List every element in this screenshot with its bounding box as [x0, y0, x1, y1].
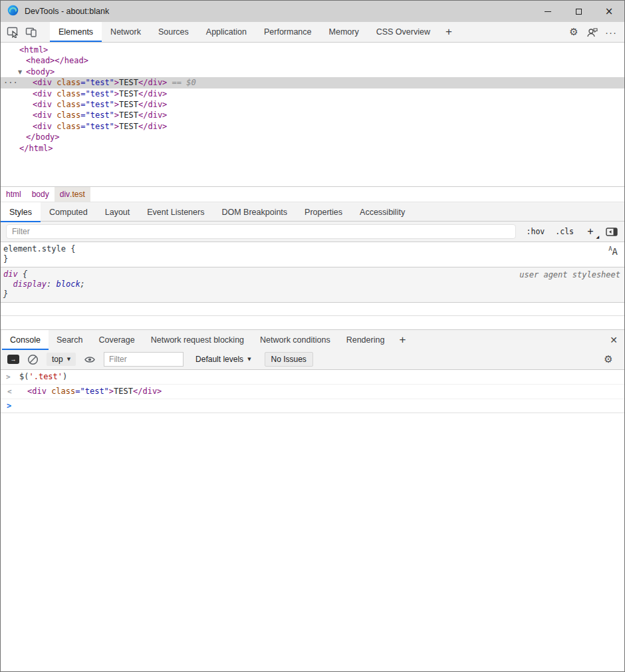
window-title: DevTools - about:blank	[25, 7, 109, 16]
sidebar-tab-event-listeners[interactable]: Event Listeners	[138, 202, 213, 222]
node-menu-dots-icon[interactable]: ···	[3, 77, 18, 88]
add-drawer-tab-button[interactable]: +	[392, 330, 412, 350]
maximize-button[interactable]	[563, 1, 594, 22]
console-sidebar-icon: →	[7, 355, 19, 364]
console-filter-input[interactable]	[104, 352, 184, 367]
gear-icon: ⚙	[604, 355, 612, 365]
tab-sources[interactable]: Sources	[150, 22, 197, 42]
sidebar-tab-strip: StylesComputedLayoutEvent ListenersDOM B…	[1, 202, 624, 222]
more-options-button[interactable]: ···	[602, 22, 620, 42]
style-rule-ua-div-rule[interactable]: div { display: block;}user agent stylesh…	[1, 267, 624, 303]
panel-gap	[1, 316, 624, 329]
dom-tree-node[interactable]: <div class="test">TEST</div>	[1, 88, 624, 99]
breadcrumb-item-body[interactable]: body	[27, 187, 55, 202]
create-live-expression-button[interactable]	[84, 355, 96, 364]
console-row-prompt[interactable]: >	[1, 399, 624, 413]
elements-dom-tree: <html><head></head>▼<body>···<div class=…	[1, 43, 624, 186]
settings-button[interactable]: ⚙	[564, 22, 583, 42]
drawer-tab-console[interactable]: Console	[2, 330, 49, 350]
device-toolbar-button[interactable]	[22, 22, 41, 42]
no-issues-badge: No Issues	[265, 352, 313, 367]
close-drawer-button[interactable]: ✕	[603, 330, 624, 349]
drawer-tab-coverage[interactable]: Coverage	[90, 330, 142, 350]
sidebar-tab-computed[interactable]: Computed	[41, 202, 96, 222]
chevron-down-icon: ▼	[247, 357, 251, 362]
style-rule-element-style[interactable]: element.style {}AA	[1, 242, 624, 267]
close-icon: ×	[605, 7, 614, 17]
styles-pane-sections: element.style {}AAdiv { display: block;}…	[1, 242, 624, 303]
eye-icon	[84, 355, 96, 364]
tab-network[interactable]: Network	[102, 22, 150, 42]
sidebar-tab-properties[interactable]: Properties	[296, 202, 351, 222]
breadcrumb-item-div-test[interactable]: div.test	[55, 187, 90, 202]
dom-tree-node[interactable]: <div class="test">TEST</div>	[1, 121, 624, 132]
add-panel-tab-button[interactable]: +	[439, 22, 459, 42]
inspect-element-button[interactable]	[3, 22, 22, 42]
main-tab-strip: ElementsNetworkSourcesApplicationPerform…	[50, 22, 439, 42]
close-button[interactable]: ×	[594, 1, 624, 22]
toggle-computed-sidebar-button[interactable]	[606, 228, 618, 236]
dom-tree-node[interactable]: </html>	[1, 143, 624, 154]
dom-tree-node[interactable]: <head></head>	[1, 55, 624, 66]
edge-logo-icon	[7, 5, 19, 19]
console-filter-wrap	[104, 352, 184, 367]
dom-tree-node[interactable]: <div class="test">TEST</div>	[1, 99, 624, 110]
title-bar: DevTools - about:blank ×	[1, 1, 624, 22]
sidebar-tab-accessibility[interactable]: Accessibility	[351, 202, 414, 222]
dom-tree-node[interactable]: ▼<body>	[1, 67, 624, 77]
window-controls: ×	[533, 1, 624, 22]
font-editor-icon[interactable]: AA	[608, 246, 618, 256]
drawer-tab-rendering[interactable]: Rendering	[338, 330, 393, 350]
console-output: >$('.test')<<div class="test">TEST</div>…	[1, 370, 624, 413]
toggle-class-button[interactable]: .cls	[555, 227, 574, 236]
tab-css-overview[interactable]: CSS Overview	[368, 22, 439, 42]
console-empty-area[interactable]	[1, 413, 624, 671]
sidebar-tab-dom-breakpoints[interactable]: DOM Breakpoints	[213, 202, 296, 222]
dom-tree-node-selected[interactable]: ···<div class="test">TEST</div> == $0	[1, 77, 624, 88]
drawer-tab-search[interactable]: Search	[49, 330, 91, 350]
maximize-icon	[576, 9, 582, 15]
javascript-context-selector[interactable]: top ▼	[47, 353, 76, 366]
chevron-down-icon: ▼	[67, 357, 70, 362]
expander-arrow-icon[interactable]: ▼	[18, 67, 22, 78]
dom-tree-node[interactable]: </body>	[1, 132, 624, 142]
tab-elements[interactable]: Elements	[50, 22, 102, 42]
dom-tree-node[interactable]: <div class="test">TEST</div>	[1, 110, 624, 120]
drawer-tab-network-conditions[interactable]: Network conditions	[252, 330, 338, 350]
tab-memory[interactable]: Memory	[320, 22, 368, 42]
feedback-icon	[586, 27, 598, 37]
tab-performance[interactable]: Performance	[255, 22, 320, 42]
console-row-command: >$('.test')	[1, 370, 624, 385]
drawer-tab-strip-row: ConsoleSearchCoverageNetwork request blo…	[1, 329, 624, 349]
css-line: }	[3, 254, 620, 264]
new-style-rule-button[interactable]: +◢	[584, 226, 596, 238]
device-toolbar-icon	[25, 27, 37, 37]
breadcrumb-item-html[interactable]: html	[1, 187, 27, 202]
gear-icon: ⚙	[569, 27, 578, 37]
console-row-result: <<div class="test">TEST</div>	[1, 385, 624, 399]
feedback-button[interactable]	[583, 22, 602, 42]
drawer-tab-network-request-blocking[interactable]: Network request blocking	[143, 330, 252, 350]
issues-counter[interactable]: No Issues	[265, 352, 313, 367]
show-console-sidebar-button[interactable]: →	[7, 355, 19, 364]
sidebar-tab-layout[interactable]: Layout	[96, 202, 139, 222]
toggle-pseudo-state-button[interactable]: :hov	[527, 227, 545, 236]
styles-filter-bar: :hov .cls +◢	[1, 222, 624, 242]
styles-filter-input[interactable]	[6, 224, 516, 239]
console-prompt-icon: >	[7, 401, 11, 411]
minimize-button[interactable]	[533, 1, 563, 22]
toolbar-right-actions: ⚙ ···	[564, 22, 624, 42]
new-rule-caret-icon: ◢	[596, 234, 599, 239]
console-settings-button[interactable]: ⚙	[599, 349, 618, 369]
dom-tree-node[interactable]: <html>	[1, 45, 624, 55]
main-toolbar: ElementsNetworkSourcesApplicationPerform…	[1, 22, 624, 43]
command-echo-icon: >	[6, 372, 11, 382]
css-line: }	[3, 289, 620, 299]
tab-application[interactable]: Application	[197, 22, 255, 42]
console-toolbar: → top ▼ Default levels ▼ No Issues	[1, 349, 624, 370]
sidebar-tab-styles[interactable]: Styles	[1, 202, 41, 222]
styles-pane-spacer	[1, 303, 624, 316]
minimize-icon	[545, 11, 551, 12]
log-levels-selector[interactable]: Default levels ▼	[194, 353, 252, 366]
clear-console-button[interactable]	[27, 354, 39, 365]
